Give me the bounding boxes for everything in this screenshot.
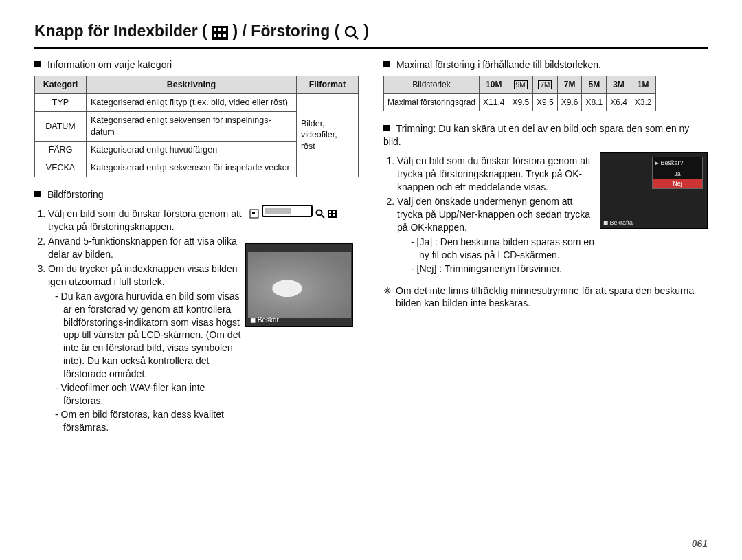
lcd-confirm-image: ▸ Beskär? Ja Nej ◼ Bekräfta [600, 152, 708, 229]
svg-rect-4 [214, 34, 216, 37]
svg-rect-15 [333, 211, 335, 213]
list-item: - [Nej] : Trimningsmenyn försvinner. [411, 262, 594, 276]
cat-row-desc: Kategoriserad enligt sekvensen för inspe… [87, 159, 297, 177]
size-table-value-row: Maximal förstoringsgrad X11.4 X9.5 X9.5 … [384, 93, 656, 111]
memory-note-text: Om det inte finns tillräcklig minnesutry… [396, 284, 708, 311]
enlarge-heading-text: Bildförstoring [47, 189, 104, 200]
enlarge-heading: Bildförstoring [34, 188, 359, 201]
list-item: - Du kan avgöra huruvida en bild som vis… [55, 290, 245, 381]
trimming-steps: Välj en bild som du önskar förstora geno… [397, 155, 594, 234]
col-header-beskrivning: Beskrivning [87, 76, 297, 94]
ratio-cell: X3.2 [631, 93, 655, 111]
svg-rect-3 [223, 28, 226, 31]
crop-dialog-title: ▸ Beskär? [653, 157, 702, 168]
trimming-options: - [Ja] : Den beskurna bilden sparas som … [411, 236, 594, 276]
size-icon-cell: 7M [533, 76, 558, 93]
list-item: - Videofilmer och WAV-filer kan inte för… [55, 381, 245, 407]
max-enlarge-text: Maximal förstoring i förhållande till bi… [396, 59, 601, 70]
ratio-label-cell: Maximal förstoringsgrad [384, 93, 480, 111]
magnifier-icon [315, 206, 325, 216]
category-table: Kategori Beskrivning Filformat TYP Kateg… [34, 76, 359, 177]
col-header-filformat: Filformat [296, 76, 358, 94]
category-info-text: Information om varje kategori [47, 59, 172, 70]
ratio-cell: X9.6 [557, 93, 582, 111]
bullet-square-icon [383, 61, 390, 67]
crop-option-no: Nej [653, 179, 702, 188]
cat-row-key: TYP [35, 94, 87, 112]
size-icon-cell: 9M [508, 76, 533, 93]
left-column: Information om varje kategori Kategori B… [34, 58, 359, 434]
enlarge-notes: - Du kan avgöra huruvida en bild som vis… [55, 290, 245, 434]
page-number: 061 [692, 537, 708, 550]
memory-note: ※ Om det inte finns tillräcklig minnesut… [383, 284, 708, 311]
svg-point-11 [317, 210, 322, 215]
svg-rect-17 [333, 214, 335, 216]
cat-row-key: FÄRG [35, 141, 87, 159]
trimming-heading: Trimning: Du kan skära ut en del av en b… [383, 122, 708, 148]
max-enlarge-heading: Maximal förstoring i förhållande till bi… [383, 58, 708, 71]
list-item: Välj den önskade undermenyn genom att tr… [397, 195, 594, 234]
cat-row-desc: Kategoriserad enligt huvudfärgen [87, 141, 297, 159]
list-item: Använd 5-funktionsknappen för att visa o… [48, 235, 245, 261]
svg-line-8 [354, 35, 358, 39]
magnifier-icon [344, 21, 359, 43]
category-info-heading: Information om varje kategori [34, 58, 359, 71]
size-icon-cell: 10M [480, 76, 508, 93]
lcd-caption: ◼ Beskär [250, 315, 279, 325]
ratio-cell: X11.4 [480, 93, 508, 111]
list-item: - [Ja] : Den beskurna bilden sparas som … [411, 236, 594, 262]
svg-point-7 [346, 27, 355, 36]
cat-row-desc: Kategoriserad enligt sekvensen för inspe… [87, 112, 297, 142]
cat-fileformat: Bilder, videofiler, röst [296, 94, 358, 177]
svg-line-12 [322, 215, 324, 218]
ratio-cell: X8.1 [582, 93, 607, 111]
title-part3: ) [363, 22, 369, 40]
list-item: Om du trycker på indexknappen visas bild… [48, 262, 245, 289]
cat-row-key: VECKA [35, 159, 87, 177]
title-part2: ) / Förstoring ( [233, 22, 340, 40]
trimming-heading-text: Trimning: Du kan skära ut en del av en b… [383, 123, 689, 147]
bullet-square-icon [383, 125, 390, 131]
ratio-cell: X9.5 [533, 93, 558, 111]
thumbnail-grid-icon [212, 21, 228, 43]
page: Knapp för Indexbilder ( ) / Förstoring (… [0, 0, 742, 560]
size-icon-cell: 3M [607, 76, 631, 93]
table-row: TYP Kategoriserad enligt filtyp (t.ex. b… [35, 94, 359, 112]
size-label-cell: Bildstorlek [384, 76, 480, 93]
svg-rect-5 [218, 34, 221, 37]
ratio-cell: X6.4 [607, 93, 631, 111]
page-title: Knapp för Indexbilder ( ) / Förstoring (… [34, 21, 708, 49]
svg-rect-13 [328, 210, 337, 218]
thumbnail-grid-icon [328, 206, 337, 216]
enlarge-steps: Välj en bild som du önskar förstora geno… [48, 208, 245, 288]
confirm-label: ◼ Bekräfta [603, 219, 633, 227]
svg-rect-10 [252, 212, 255, 214]
zoom-bar-icon [262, 205, 313, 217]
size-icon-cell: 1M [631, 76, 655, 93]
crop-dialog: ▸ Beskär? Ja Nej [652, 157, 703, 188]
bullet-square-icon [34, 191, 41, 197]
cat-row-desc: Kategoriserad enligt filtyp (t.ex. bild,… [87, 94, 297, 112]
size-icon-cell: 5M [582, 76, 607, 93]
svg-rect-14 [329, 211, 331, 213]
bullet-square-icon [34, 61, 41, 67]
svg-rect-2 [218, 28, 221, 31]
svg-rect-16 [329, 214, 331, 216]
list-item: Välj en bild som du önskar förstora geno… [397, 155, 594, 194]
list-item: - Om en bild förstoras, kan dess kvalite… [55, 408, 245, 434]
category-table-header-row: Kategori Beskrivning Filformat [35, 76, 359, 94]
size-table-header-row: Bildstorlek 10M 9M 7M 7M 5M 3M 1M [384, 76, 656, 93]
crop-option-yes: Ja [653, 169, 702, 179]
cat-row-key: DATUM [35, 112, 87, 142]
reference-mark-icon: ※ [383, 284, 392, 298]
size-table: Bildstorlek 10M 9M 7M 7M 5M 3M 1M Maxima… [383, 76, 656, 111]
lcd-preview-image: ◼ Beskär [245, 243, 353, 327]
ratio-cell: X9.5 [508, 93, 533, 111]
lcd-top-icons [249, 205, 337, 217]
nav-box-icon [249, 206, 259, 216]
size-icon-cell: 7M [557, 76, 582, 93]
title-part1: Knapp för Indexbilder ( [34, 22, 207, 40]
list-item: Välj en bild som du önskar förstora geno… [48, 208, 245, 234]
svg-rect-6 [223, 34, 226, 37]
col-header-kategori: Kategori [35, 76, 87, 94]
